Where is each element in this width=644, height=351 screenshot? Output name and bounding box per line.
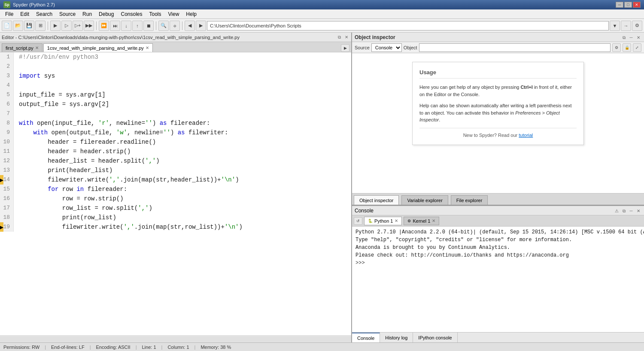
inspector-content: Usage Here you can get help of any objec… [352,53,644,193]
console-tab-kernel1[interactable]: ⚙ Kernel 1 ✕ [404,217,439,225]
inspector-minimize[interactable]: ─ [629,35,634,40]
console-tab-python1[interactable]: 🐍 Python 1 ✕ [364,217,402,225]
console-close-btn[interactable]: ✕ [635,209,641,213]
inspector-maximize-btn[interactable]: ⤢ [633,43,641,52]
minimize-button[interactable]: ─ [616,2,623,8]
save-file-button[interactable]: 💾 [24,21,34,31]
console-content[interactable]: Python 2.7.10 |Anaconda 2.2.0 (64-bit)| … [352,227,644,332]
menu-source[interactable]: Source [56,10,79,18]
console-header: Console ⚠ ⧉ ─ ✕ [352,206,644,215]
code-editor[interactable]: 1 #!/usr/bin/env python3 2 3 import sys … [0,52,351,336]
code-line-7: 7 [0,109,351,118]
save-all-button[interactable]: ⊞ [35,21,46,31]
inspector-lock-btn[interactable]: 🔒 [623,43,631,52]
title-bar-left: Sp Spyder (Python 2.7) [3,1,55,8]
menu-view[interactable]: View [165,10,183,18]
editor-scrollbar[interactable] [0,336,351,342]
tab-close-first[interactable]: ✕ [35,45,39,50]
menu-debug[interactable]: Debug [95,10,117,18]
path-input[interactable] [207,21,609,30]
usage-divider [419,128,577,128]
stop-debug-button[interactable]: ⏹ [143,21,154,31]
path-go-button[interactable]: → [621,21,631,31]
usage-paragraph-1: Here you can get help of any object by p… [419,84,577,98]
maximize-button[interactable]: □ [624,2,632,8]
step-button[interactable]: ⏭ [110,21,120,31]
run-selection-button[interactable]: ▶▶ [84,21,94,31]
console-header-title: Console [355,208,374,214]
inspector-options-btn[interactable]: ⚙ [612,43,621,52]
path-options-button[interactable]: ⚙ [632,21,642,31]
tab-file-explorer[interactable]: File explorer [451,195,488,205]
bottom-tab-ipython[interactable]: IPython console [413,333,457,342]
python1-tab-close[interactable]: ✕ [395,218,398,223]
editor-tab-csv-read[interactable]: 1csv_read_with_simple_parsing_and_write.… [43,43,153,52]
menu-file[interactable]: File [2,10,17,18]
new-file-button[interactable]: 📄 [2,21,12,31]
title-bar: Sp Spyder (Python 2.7) ─ □ ✕ [0,0,644,9]
inspector-close[interactable]: ✕ [635,35,641,40]
editor-close-button[interactable]: ✕ [343,35,349,39]
debug-button[interactable]: ⏩ [99,21,109,31]
console-minimize-btn[interactable]: ─ [629,209,634,213]
usage-paragraph-2: Help can also be shown automatically aft… [419,102,577,124]
object-input[interactable] [419,43,611,52]
console-warning-icon: ⚠ [614,209,620,213]
inspector-toolbar: Source Console Editor Object ⚙ 🔒 ⤢ [352,42,644,53]
code-line-8: 8 with open(input_file, 'r', newline='')… [0,118,351,128]
forward-button[interactable]: ▶ [196,21,206,31]
toolbar: 📄 📂 💾 ⊞ ▶ ▷ ▷+ ▶▶ ⏩ ⏭ ↓ ↑ ⏹ 🔍 ⎆ ◀ ▶ ▼ → … [0,19,644,33]
menu-consoles[interactable]: Consoles [117,10,146,18]
window-title: Spyder (Python 2.7) [13,2,55,7]
code-line-3: 3 import sys [0,71,351,81]
menu-tools[interactable]: Tools [146,10,165,18]
tab-variable-explorer[interactable]: Variable explorer [401,195,448,205]
tab-scroll-right[interactable]: ▶ [341,44,349,52]
run-cell-button[interactable]: ▷ [61,21,72,31]
code-line-18: 18 print(row_list) [0,213,351,222]
editor-horizontal-scrollbar[interactable] [0,337,351,342]
bottom-tab-console[interactable]: Console [352,333,380,342]
menu-run[interactable]: Run [79,10,95,18]
kernel1-tab-close[interactable]: ✕ [432,218,435,223]
tab-object-inspector[interactable]: Object inspector [354,195,399,205]
back-button[interactable]: ◀ [185,21,195,31]
tab-close-csv[interactable]: ✕ [146,45,149,50]
main-container: Editor - C:\Users\Clinton\Downloads\data… [0,33,644,342]
menu-help[interactable]: Help [182,10,200,18]
find-replace-button[interactable]: ⎆ [170,21,180,31]
editor-tab-first-script[interactable]: first_script.py ✕ [2,43,43,52]
open-file-button[interactable]: 📂 [13,21,23,31]
code-line-2: 2 [0,62,351,71]
inspector-section: Object inspector ⧉ ─ ✕ Source Console Ed… [352,33,644,205]
close-button[interactable]: ✕ [633,2,641,8]
console-prompt: >>> [355,259,641,267]
menu-search[interactable]: Search [33,10,56,18]
editor-header-buttons: ⧉ ✕ [337,34,349,40]
editor-header: Editor - C:\Users\Clinton\Downloads\data… [0,33,351,42]
console-panel: Console ⚠ ⧉ ─ ✕ ↺ 🐍 Python 1 ✕ ⚙ Kernel … [352,205,644,342]
toolbar-sep-4 [182,21,182,30]
step-into-button[interactable]: ↓ [121,21,131,31]
run-button[interactable]: ▶ [50,21,61,31]
find-button[interactable]: 🔍 [158,21,169,31]
tutorial-link[interactable]: tutorial [519,133,533,138]
run-cell-next-button[interactable]: ▷+ [73,21,83,31]
bottom-tab-history[interactable]: History log [380,333,413,342]
console-refresh-btn[interactable]: ↺ [354,217,362,225]
status-bar: Permissions: RW | End-of-lines: LF | Enc… [0,342,644,351]
path-dropdown[interactable]: ▼ [610,21,620,31]
step-return-button[interactable]: ↑ [132,21,143,31]
usage-footer: New to Spyder? Read our tutorial [419,133,577,138]
source-dropdown[interactable]: Console Editor [371,43,402,52]
console-expand-btn[interactable]: ⧉ [621,209,627,213]
editor-undock-button[interactable]: ⧉ [337,35,342,39]
code-line-14: 14 filewriter.write(','.join(map(str,hea… [0,175,351,185]
console-line-4: Please check out: http://continuum.io/th… [355,251,641,259]
toolbar-sep-1 [48,21,48,30]
editor-path: Editor - C:\Users\Clinton\Downloads\data… [2,35,240,40]
menu-edit[interactable]: Edit [17,10,33,18]
inspector-undock[interactable]: ⧉ [621,35,627,40]
code-lines: 1 #!/usr/bin/env python3 2 3 import sys … [0,52,351,336]
kernel1-icon: ⚙ [407,219,411,223]
